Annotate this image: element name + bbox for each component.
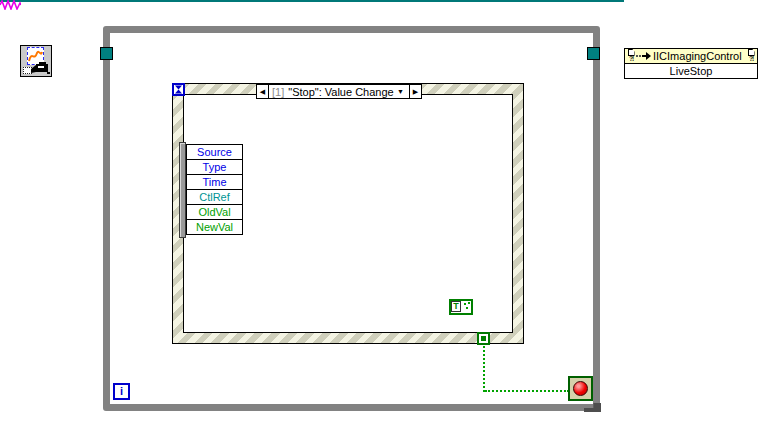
event-data-field-ctlref[interactable]: CtlRef: [186, 189, 243, 205]
invoke-node-header: ?! IICImagingControl ?!: [625, 49, 757, 64]
refnum-marks: ?!: [629, 56, 633, 62]
image-acquisition-subvi-icon[interactable]: [20, 45, 52, 77]
event-data-field-source[interactable]: Source: [186, 144, 243, 160]
event-structure-tunnel[interactable]: [477, 332, 490, 345]
block-diagram: i ◀ [1] "Stop": Value Change ▼ ▶ Source …: [0, 0, 762, 426]
selector-prev-arrow[interactable]: ◀: [257, 85, 269, 98]
loop-tunnel-left[interactable]: [100, 47, 113, 60]
loop-tunnel-right[interactable]: [587, 47, 600, 60]
tunnel-dot: [481, 336, 486, 341]
automation-refnum-icon: ?!: [746, 49, 756, 63]
refnum-wire[interactable]: [0, 0, 624, 2]
invoke-node[interactable]: ?! IICImagingControl ?! LiveStop: [624, 48, 758, 79]
boolean-constant-dot: [466, 307, 468, 309]
event-data-node-bar[interactable]: [179, 142, 186, 238]
invoke-node-class: IICImagingControl: [653, 50, 742, 62]
invoke-node-method[interactable]: LiveStop: [625, 64, 757, 78]
selector-dropdown-icon[interactable]: ▼: [397, 88, 406, 95]
refnum-page-icon: [628, 49, 635, 56]
boolean-constant-dot: [464, 303, 466, 305]
selector-case-index: [1]: [272, 86, 284, 98]
selector-next-arrow[interactable]: ▶: [409, 85, 421, 98]
true-value-label: T: [451, 301, 461, 312]
selector-case-name: "Stop": Value Change: [288, 86, 393, 98]
cluster-wire[interactable]: [0, 0, 21, 10]
invoke-arrow-icon: [636, 52, 651, 60]
event-data-node: Source Type Time CtlRef OldVal NewVal: [186, 144, 243, 235]
event-data-field-oldval[interactable]: OldVal: [186, 204, 243, 220]
refnum-marks: ?!: [749, 56, 753, 62]
event-data-field-time[interactable]: Time: [186, 174, 243, 190]
event-case-selector: ◀ [1] "Stop": Value Change ▼ ▶: [256, 84, 422, 99]
event-data-field-type[interactable]: Type: [186, 159, 243, 175]
camera-icon: [31, 62, 50, 74]
timeout-terminal[interactable]: [172, 83, 185, 96]
refnum-page-icon: [748, 49, 755, 56]
event-data-field-newval[interactable]: NewVal: [186, 219, 243, 235]
boolean-true-constant[interactable]: T: [449, 299, 473, 315]
stop-button-terminal[interactable]: [568, 376, 593, 401]
hourglass-icon: [174, 85, 183, 94]
boolean-constant-dot: [468, 302, 470, 304]
selector-label[interactable]: [1] "Stop": Value Change ▼: [269, 85, 409, 98]
iteration-terminal[interactable]: i: [113, 383, 130, 400]
stop-button-icon: [573, 381, 588, 396]
automation-refnum-icon: ?!: [626, 49, 636, 63]
